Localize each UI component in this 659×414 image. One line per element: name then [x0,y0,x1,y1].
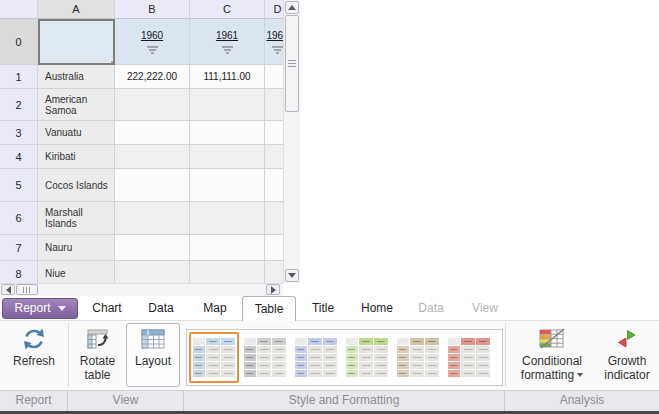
down-arrow-icon [288,273,296,282]
rotate-table-button[interactable]: Rotate table [71,323,124,387]
data-cell[interactable] [190,89,265,121]
tab-home[interactable]: Home [350,296,404,320]
tab-map[interactable]: Map [188,296,242,320]
conditional-formatting-button[interactable]: Conditional formatting [509,323,595,387]
year-link[interactable]: 1962 [266,30,283,41]
tab-chart[interactable]: Chart [80,296,134,320]
filter-icon[interactable] [147,45,158,54]
row-header-0[interactable]: 0 [0,19,38,65]
selected-cell-a0[interactable] [38,19,115,65]
thumb-grip-icon [288,60,296,68]
data-cell[interactable] [190,169,265,202]
growth-indicator-icon [616,324,638,354]
scroll-left-button[interactable] [1,284,15,295]
report-menu-label: Report [14,301,50,315]
right-arrow-icon [271,286,280,294]
group-label-view: View [68,391,184,411]
country-cell[interactable]: Marshall Islands [38,202,115,235]
row-header[interactable]: 3 [0,121,38,145]
year-link[interactable]: 1960 [141,30,163,41]
data-cell[interactable] [190,121,265,145]
row-header[interactable]: 6 [0,202,38,235]
selection-handle[interactable] [110,60,115,65]
data-cell[interactable] [115,261,190,283]
data-cell[interactable] [115,202,190,235]
table-style-red[interactable] [444,332,494,383]
tab-view-disabled: View [458,296,512,320]
layout-icon [141,324,165,354]
vertical-scroll-thumb[interactable] [285,15,299,112]
year-header-1960[interactable]: 1960 [115,19,190,65]
country-cell[interactable]: Vanuatu [38,121,115,145]
vertical-scrollbar[interactable] [283,0,300,283]
group-separator [68,323,69,387]
data-cell[interactable] [265,202,283,235]
filter-icon[interactable] [222,45,233,54]
country-cell[interactable]: Cocos Islands [38,169,115,202]
report-menu-button[interactable]: Report [2,298,78,319]
grid-corner[interactable] [0,0,38,19]
data-cell[interactable]: 222,222.00 [115,65,190,89]
data-cell[interactable]: 111,111.00 [190,65,265,89]
style-preview [397,338,439,377]
table-style-tan[interactable] [393,332,443,383]
group-label-style: Style and Formatting [184,391,505,411]
filter-icon[interactable] [272,45,283,54]
data-cell[interactable] [190,202,265,235]
table-style-periwinkle[interactable] [291,332,341,383]
country-cell[interactable]: Australia [38,65,115,89]
data-cell[interactable] [190,145,265,169]
data-cell[interactable] [115,169,190,202]
year-link[interactable]: 1961 [216,30,238,41]
row-header[interactable]: 2 [0,89,38,121]
spreadsheet-grid: A B C D 0 1960 1961 1962 1 Austral [0,0,283,283]
data-cell[interactable] [190,261,265,283]
row-header[interactable]: 4 [0,145,38,169]
data-cell[interactable] [265,169,283,202]
scroll-right-button[interactable] [266,284,280,295]
tab-table[interactable]: Table [242,296,296,321]
horizontal-scroll-thumb[interactable] [16,284,38,295]
growth-indicator-button[interactable]: Growth indicator [596,323,658,387]
data-cell[interactable] [265,145,283,169]
country-cell[interactable]: American Samoa [38,89,115,121]
table-style-green[interactable] [342,332,392,383]
refresh-label: Refresh [13,354,55,368]
data-cell[interactable] [115,121,190,145]
country-cell[interactable]: Niue [38,261,115,283]
data-cell[interactable] [265,235,283,261]
data-cell[interactable] [265,121,283,145]
row-header[interactable]: 7 [0,235,38,261]
group-separator [505,323,506,387]
scroll-down-button[interactable] [285,269,299,282]
tab-title[interactable]: Title [296,296,350,320]
horizontal-scrollbar[interactable] [0,283,283,296]
table-style-blue[interactable] [189,332,239,383]
data-cell[interactable] [265,89,283,121]
col-header-b[interactable]: B [115,0,190,19]
data-cell[interactable] [115,89,190,121]
col-header-d[interactable]: D [265,0,283,19]
data-cell[interactable] [190,235,265,261]
col-header-a[interactable]: A [38,0,115,19]
data-cell[interactable] [115,145,190,169]
layout-button[interactable]: Layout [126,323,180,387]
row-header[interactable]: 8 [0,261,38,283]
col-header-c[interactable]: C [190,0,265,19]
country-cell[interactable]: Kiribati [38,145,115,169]
row-header[interactable]: 1 [0,65,38,89]
scroll-up-button[interactable] [285,1,299,14]
tab-data[interactable]: Data [134,296,188,320]
table-style-gray[interactable] [240,332,290,383]
year-header-1961[interactable]: 1961 [190,19,265,65]
data-cell[interactable] [115,235,190,261]
refresh-button[interactable]: Refresh [2,323,66,387]
layout-label: Layout [135,354,171,368]
dropdown-arrow-icon [58,306,66,315]
data-cell[interactable] [265,261,283,283]
rotate-table-icon [85,324,111,354]
year-header-1962[interactable]: 1962 [265,19,283,65]
row-header[interactable]: 5 [0,169,38,202]
data-cell[interactable] [265,65,283,89]
country-cell[interactable]: Nauru [38,235,115,261]
